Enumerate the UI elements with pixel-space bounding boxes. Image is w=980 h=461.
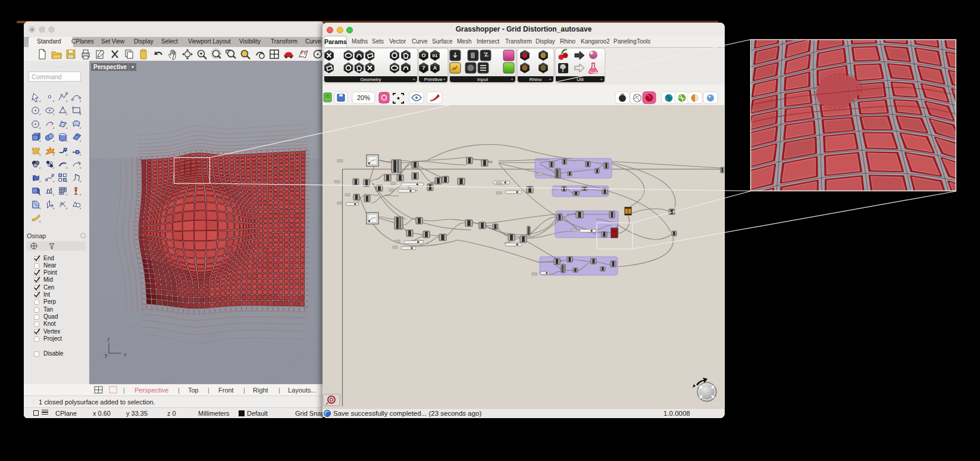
svg-text:+: + — [511, 77, 514, 82]
svg-text:y: y — [105, 352, 108, 358]
svg-text:Input: Input — [477, 77, 489, 82]
svg-text:Util: Util — [577, 77, 584, 82]
svg-text:z: z — [107, 337, 110, 342]
svg-text:+: + — [443, 77, 446, 82]
svg-text:Geometry: Geometry — [360, 77, 381, 82]
svg-text:+: + — [549, 77, 552, 82]
svg-text:20%: 20% — [357, 94, 370, 101]
svg-text:Rhino: Rhino — [530, 77, 542, 82]
svg-text:O: O — [421, 52, 425, 58]
svg-text:+: + — [412, 77, 415, 82]
svg-text:Primitive: Primitive — [424, 77, 443, 82]
svg-text:+: + — [600, 77, 603, 82]
svg-text:A: A — [433, 65, 437, 71]
svg-text:x: x — [124, 351, 127, 357]
svg-text:01: 01 — [433, 53, 438, 58]
svg-text:7: 7 — [422, 65, 425, 71]
